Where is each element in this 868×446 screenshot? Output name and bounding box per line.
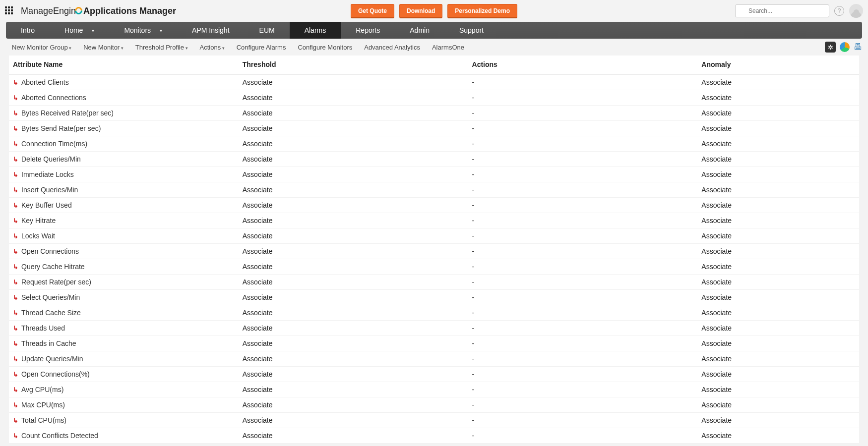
attribute-name[interactable]: Open Connections bbox=[21, 247, 79, 255]
row-toggle-arrow-icon[interactable]: ↳ bbox=[13, 187, 18, 193]
attribute-name[interactable]: Open Connections(%) bbox=[21, 370, 90, 378]
subnav-new-monitor-group[interactable]: New Monitor Group bbox=[6, 44, 77, 51]
threshold-associate-link[interactable]: Associate bbox=[243, 416, 273, 424]
anomaly-associate-link[interactable]: Associate bbox=[701, 263, 732, 271]
anomaly-associate-link[interactable]: Associate bbox=[701, 109, 732, 117]
tab-support[interactable]: Support bbox=[444, 22, 498, 39]
row-toggle-arrow-icon[interactable]: ↳ bbox=[13, 110, 18, 116]
attribute-name[interactable]: Aborted Connections bbox=[21, 94, 86, 102]
attribute-name[interactable]: Count Conflicts Detected bbox=[21, 432, 98, 440]
tab-alarms[interactable]: Alarms bbox=[290, 22, 341, 39]
threshold-associate-link[interactable]: Associate bbox=[243, 124, 273, 132]
tab-admin[interactable]: Admin bbox=[395, 22, 444, 39]
anomaly-associate-link[interactable]: Associate bbox=[701, 124, 732, 132]
chart-pie-icon[interactable] bbox=[840, 42, 850, 52]
row-toggle-arrow-icon[interactable]: ↳ bbox=[13, 141, 18, 147]
anomaly-associate-link[interactable]: Associate bbox=[701, 247, 732, 255]
threshold-associate-link[interactable]: Associate bbox=[243, 401, 273, 409]
tab-monitors[interactable]: Monitors bbox=[109, 22, 177, 39]
user-avatar-icon[interactable] bbox=[849, 4, 863, 18]
attribute-name[interactable]: Insert Queries/Min bbox=[21, 186, 78, 194]
threshold-associate-link[interactable]: Associate bbox=[243, 278, 273, 286]
threshold-associate-link[interactable]: Associate bbox=[243, 247, 273, 255]
row-toggle-arrow-icon[interactable]: ↳ bbox=[13, 356, 18, 362]
attribute-name[interactable]: Query Cache Hitrate bbox=[21, 263, 85, 271]
threshold-associate-link[interactable]: Associate bbox=[243, 94, 273, 102]
row-toggle-arrow-icon[interactable]: ↳ bbox=[13, 417, 18, 424]
row-toggle-arrow-icon[interactable]: ↳ bbox=[13, 279, 18, 285]
threshold-associate-link[interactable]: Associate bbox=[243, 339, 273, 347]
anomaly-associate-link[interactable]: Associate bbox=[701, 324, 732, 332]
threshold-associate-link[interactable]: Associate bbox=[243, 201, 273, 209]
subnav-alarmsone[interactable]: AlarmsOne bbox=[426, 44, 470, 51]
row-toggle-arrow-icon[interactable]: ↳ bbox=[13, 218, 18, 224]
col-attribute-name[interactable]: Attribute Name bbox=[9, 56, 239, 75]
attribute-name[interactable]: Request Rate(per sec) bbox=[21, 278, 91, 286]
anomaly-associate-link[interactable]: Associate bbox=[701, 140, 732, 148]
attribute-name[interactable]: Locks Wait bbox=[21, 232, 55, 240]
threshold-associate-link[interactable]: Associate bbox=[243, 370, 273, 378]
threshold-associate-link[interactable]: Associate bbox=[243, 386, 273, 393]
row-toggle-arrow-icon[interactable]: ↳ bbox=[13, 125, 18, 132]
col-actions[interactable]: Actions bbox=[468, 56, 698, 75]
subnav-configure-alarms[interactable]: Configure Alarms bbox=[231, 44, 292, 51]
personalized-demo-button[interactable]: Personalized Demo bbox=[447, 4, 517, 18]
attribute-name[interactable]: Immediate Locks bbox=[21, 170, 74, 178]
subnav-configure-monitors[interactable]: Configure Monitors bbox=[292, 44, 358, 51]
subnav-actions[interactable]: Actions bbox=[194, 44, 231, 51]
anomaly-associate-link[interactable]: Associate bbox=[701, 309, 732, 317]
help-icon[interactable]: ? bbox=[834, 6, 844, 16]
threshold-associate-link[interactable]: Associate bbox=[243, 140, 273, 148]
tab-apm-insight[interactable]: APM Insight bbox=[177, 22, 244, 39]
anomaly-associate-link[interactable]: Associate bbox=[701, 386, 732, 393]
row-toggle-arrow-icon[interactable]: ↳ bbox=[13, 433, 18, 439]
row-toggle-arrow-icon[interactable]: ↳ bbox=[13, 233, 18, 239]
tab-eum[interactable]: EUM bbox=[245, 22, 290, 39]
row-toggle-arrow-icon[interactable]: ↳ bbox=[13, 371, 18, 378]
anomaly-associate-link[interactable]: Associate bbox=[701, 416, 732, 424]
anomaly-associate-link[interactable]: Associate bbox=[701, 155, 732, 163]
anomaly-associate-link[interactable]: Associate bbox=[701, 401, 732, 409]
row-toggle-arrow-icon[interactable]: ↳ bbox=[13, 95, 18, 101]
threshold-associate-link[interactable]: Associate bbox=[243, 109, 273, 117]
threshold-associate-link[interactable]: Associate bbox=[243, 309, 273, 317]
anomaly-associate-link[interactable]: Associate bbox=[701, 78, 732, 86]
app-grid-icon[interactable] bbox=[5, 6, 14, 15]
anomaly-associate-link[interactable]: Associate bbox=[701, 186, 732, 194]
attribute-name[interactable]: Thread Cache Size bbox=[21, 309, 81, 317]
threshold-associate-link[interactable]: Associate bbox=[243, 217, 273, 224]
threshold-associate-link[interactable]: Associate bbox=[243, 324, 273, 332]
threshold-associate-link[interactable]: Associate bbox=[243, 293, 273, 301]
attribute-name[interactable]: Update Queries/Min bbox=[21, 355, 83, 363]
subnav-new-monitor[interactable]: New Monitor bbox=[77, 44, 129, 51]
row-toggle-arrow-icon[interactable]: ↳ bbox=[13, 79, 18, 86]
attribute-name[interactable]: Select Queries/Min bbox=[21, 293, 80, 301]
col-anomaly[interactable]: Anomaly bbox=[697, 56, 859, 75]
anomaly-associate-link[interactable]: Associate bbox=[701, 201, 732, 209]
attribute-name[interactable]: Aborted Clients bbox=[21, 78, 69, 86]
subnav-threshold-profile[interactable]: Threshold Profile bbox=[129, 44, 194, 51]
row-toggle-arrow-icon[interactable]: ↳ bbox=[13, 387, 18, 393]
row-toggle-arrow-icon[interactable]: ↳ bbox=[13, 402, 18, 408]
threshold-associate-link[interactable]: Associate bbox=[243, 78, 273, 86]
download-button[interactable]: Download bbox=[399, 4, 442, 18]
threshold-associate-link[interactable]: Associate bbox=[243, 432, 273, 440]
printer-icon[interactable]: 🖶 bbox=[854, 42, 862, 52]
get-quote-button[interactable]: Get Quote bbox=[351, 4, 394, 18]
search-input[interactable] bbox=[735, 4, 829, 17]
threshold-associate-link[interactable]: Associate bbox=[243, 232, 273, 240]
threshold-associate-link[interactable]: Associate bbox=[243, 155, 273, 163]
attribute-name[interactable]: Bytes Received Rate(per sec) bbox=[21, 109, 114, 117]
attribute-name[interactable]: Threads Used bbox=[21, 324, 65, 332]
anomaly-associate-link[interactable]: Associate bbox=[701, 370, 732, 378]
row-toggle-arrow-icon[interactable]: ↳ bbox=[13, 264, 18, 270]
row-toggle-arrow-icon[interactable]: ↳ bbox=[13, 325, 18, 332]
subnav-advanced-analytics[interactable]: Advanced Analytics bbox=[358, 44, 426, 51]
row-toggle-arrow-icon[interactable]: ↳ bbox=[13, 156, 18, 163]
attribute-name[interactable]: Avg CPU(ms) bbox=[21, 386, 63, 393]
anomaly-associate-link[interactable]: Associate bbox=[701, 94, 732, 102]
row-toggle-arrow-icon[interactable]: ↳ bbox=[13, 340, 18, 347]
threshold-associate-link[interactable]: Associate bbox=[243, 263, 273, 271]
anomaly-associate-link[interactable]: Associate bbox=[701, 217, 732, 224]
attribute-name[interactable]: Threads in Cache bbox=[21, 339, 76, 347]
